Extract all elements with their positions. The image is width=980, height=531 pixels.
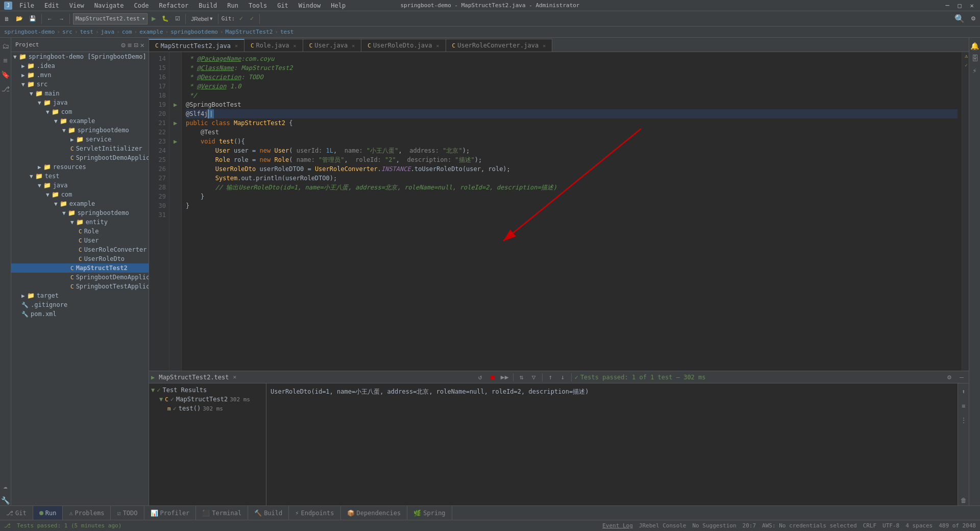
jrebel-status[interactable]: JRebel Console <box>639 522 687 529</box>
git-push-button[interactable]: ✓ <box>248 13 256 25</box>
tree-item-src[interactable]: ▼ 📁 src <box>11 80 149 89</box>
tree-item-springbootdemoapp2[interactable]: C SpringbootDemoApplicati <box>11 273 149 282</box>
tree-item-main-example[interactable]: ▼ 📁 example <box>11 116 149 126</box>
test-result-class[interactable]: ▼ C ✓ MapStructTest2 302 ms <box>151 395 264 404</box>
menu-tools[interactable]: Tools <box>246 1 270 10</box>
run-icon-4[interactable]: 🗑 <box>958 494 969 506</box>
sort-button[interactable]: ⇅ <box>517 372 527 382</box>
run-close-icon[interactable]: ✕ <box>233 374 237 380</box>
breadcrumb-item-4[interactable]: java <box>101 29 115 35</box>
breadcrumb-item-2[interactable]: src <box>62 29 72 35</box>
tree-item-role[interactable]: C Role <box>11 227 149 236</box>
menu-window[interactable]: Window <box>296 1 324 10</box>
menu-refactor[interactable]: Refactor <box>156 1 191 10</box>
tab-role[interactable]: C Role.java ✕ <box>244 39 303 52</box>
run-button[interactable]: ▶ <box>150 13 158 25</box>
tree-item-main[interactable]: ▼ 📁 main <box>11 89 149 98</box>
tree-item-main-springbootdemo[interactable]: ▼ 📁 springbootdemo <box>11 126 149 135</box>
tree-item-pomxml[interactable]: 🔧 pom.xml <box>11 309 149 319</box>
menu-view[interactable]: View <box>66 1 87 10</box>
menu-git[interactable]: Git <box>274 1 291 10</box>
run-icon-3[interactable]: ⋮ <box>958 414 969 426</box>
settings-run-button[interactable]: ⚙ <box>944 372 954 382</box>
structure-icon[interactable]: ≡ <box>0 54 12 66</box>
breadcrumb-item-8[interactable]: MapStructTest2 <box>226 29 273 35</box>
tree-item-idea[interactable]: ▶ 📁 .idea <box>11 61 149 70</box>
tab-close-user[interactable]: ✕ <box>352 43 355 49</box>
menu-file[interactable]: File <box>16 1 37 10</box>
tab-userroledto[interactable]: C UserRoleDto.java ✕ <box>361 39 446 52</box>
tab-mapstructtest2[interactable]: C MapStructTest2.java ✕ <box>149 39 244 52</box>
ftab-build[interactable]: 🔨 Build <box>248 506 289 520</box>
run-gutter-23[interactable]: ▶ <box>174 137 177 146</box>
tree-item-test-java[interactable]: ▼ 📁 java <box>11 181 149 190</box>
tree-item-test-springbootdemo[interactable]: ▼ 📁 springbootdemo <box>11 208 149 218</box>
close-button[interactable]: ✕ <box>968 2 976 10</box>
menu-edit[interactable]: Edit <box>41 1 62 10</box>
rerun-button[interactable]: ↺ <box>475 372 485 382</box>
event-log-status[interactable]: Event Log <box>602 522 633 529</box>
prev-button[interactable]: ↑ <box>546 372 556 382</box>
tree-item-userroleconverter[interactable]: C UserRoleConverter <box>11 245 149 254</box>
sidebar-action-1[interactable]: ⚙ <box>121 41 125 49</box>
run-gutter-21[interactable]: ▶ <box>174 118 177 128</box>
tab-close-userroledto[interactable]: ✕ <box>436 43 439 49</box>
breadcrumb-item-9[interactable]: test <box>280 29 294 35</box>
aws-icon[interactable]: ☁ <box>0 480 12 492</box>
menu-help[interactable]: Help <box>328 1 349 10</box>
tree-item-test[interactable]: ▼ 📁 test <box>11 172 149 181</box>
search-everywhere-button[interactable]: 🔍 <box>952 13 967 25</box>
tree-item-user[interactable]: C User <box>11 236 149 245</box>
tree-item-mvn[interactable]: ▶ 📁 .mvn <box>11 70 149 80</box>
ftab-terminal[interactable]: ⬛ Terminal <box>196 506 248 520</box>
ftab-problems[interactable]: ⚠ Problems <box>63 506 111 520</box>
data-tools-icon[interactable]: 🗄 <box>969 52 981 64</box>
debug-button[interactable]: 🐛 <box>160 13 171 25</box>
sidebar-action-2[interactable]: ≡ <box>128 41 132 49</box>
back-button[interactable]: ← <box>45 13 55 25</box>
breadcrumb-item-6[interactable]: example <box>139 29 163 35</box>
tree-item-test-com[interactable]: ▼ 📁 com <box>11 190 149 199</box>
project-icon[interactable]: 🗂 <box>0 40 12 52</box>
tree-item-test-example[interactable]: ▼ 📁 example <box>11 199 149 208</box>
tree-item-service[interactable]: ▶ 📁 service <box>11 135 149 144</box>
tree-item-root[interactable]: ▼ 📁 springboot-demo [SpringbootDemo] Spr… <box>11 52 149 61</box>
git-check-button[interactable]: ✓ <box>237 13 246 25</box>
notifications-icon[interactable]: 🔔 <box>969 40 981 52</box>
tree-item-resources[interactable]: ▶ 📁 resources <box>11 162 149 172</box>
toolkit-icon[interactable]: 🔧 <box>0 494 12 506</box>
breadcrumb-item-3[interactable]: test <box>80 29 93 35</box>
run-gutter-19[interactable]: ▶ <box>174 100 177 109</box>
run-all-button[interactable]: ▶▶ <box>500 372 510 382</box>
run-config-dropdown[interactable]: MapStructTest2.test ▾ <box>73 13 148 25</box>
run-icon-2[interactable]: ≡ <box>958 400 969 412</box>
maximize-button[interactable]: □ <box>955 2 964 10</box>
tree-item-servletinitializer[interactable]: C ServletInitializer <box>11 144 149 153</box>
sidebar-collapse[interactable]: ✕ <box>140 41 144 49</box>
ftab-run[interactable]: Run <box>33 506 63 520</box>
tab-close-mapstructtest2[interactable]: ✕ <box>235 43 238 49</box>
maven-icon[interactable]: ⚡ <box>969 64 981 77</box>
filter-button[interactable]: ▽ <box>529 372 539 382</box>
run-icon-1[interactable]: ⬆ <box>958 385 969 398</box>
ftab-todo[interactable]: ☑ TODO <box>111 506 144 520</box>
run-with-coverage-button[interactable]: ☑ <box>173 13 182 25</box>
tree-item-mapstructtest2[interactable]: C MapStructTest2 <box>11 263 149 273</box>
minimize-button[interactable]: ─ <box>943 2 951 10</box>
tab-userroleconverter[interactable]: C UserRoleConverter.java ✕ <box>446 39 553 52</box>
sidebar-action-3[interactable]: ⊡ <box>134 41 138 49</box>
jrebel-button[interactable]: JRebel ▾ <box>189 13 214 25</box>
new-file-button[interactable]: 🗎 <box>2 13 12 25</box>
code-editor[interactable]: 14 15 16 17 18 19 20 21 22 23 24 25 26 2… <box>149 52 969 371</box>
tree-item-userroledto[interactable]: C UserRoleDto <box>11 254 149 263</box>
collapse-button[interactable]: — <box>957 372 967 382</box>
ftab-profiler[interactable]: 📊 Profiler <box>144 506 197 520</box>
next-button[interactable]: ↓ <box>558 372 568 382</box>
tab-close-userroleconverter[interactable]: ✕ <box>543 43 546 49</box>
ftab-git[interactable]: ⎇ Git <box>0 506 33 520</box>
menu-code[interactable]: Code <box>131 1 152 10</box>
tab-close-role[interactable]: ✕ <box>293 43 297 49</box>
menu-navigate[interactable]: Navigate <box>91 1 127 10</box>
tree-item-main-com[interactable]: ▼ 📁 com <box>11 107 149 116</box>
test-result-root[interactable]: ▼ ✓ Test Results <box>151 385 264 395</box>
